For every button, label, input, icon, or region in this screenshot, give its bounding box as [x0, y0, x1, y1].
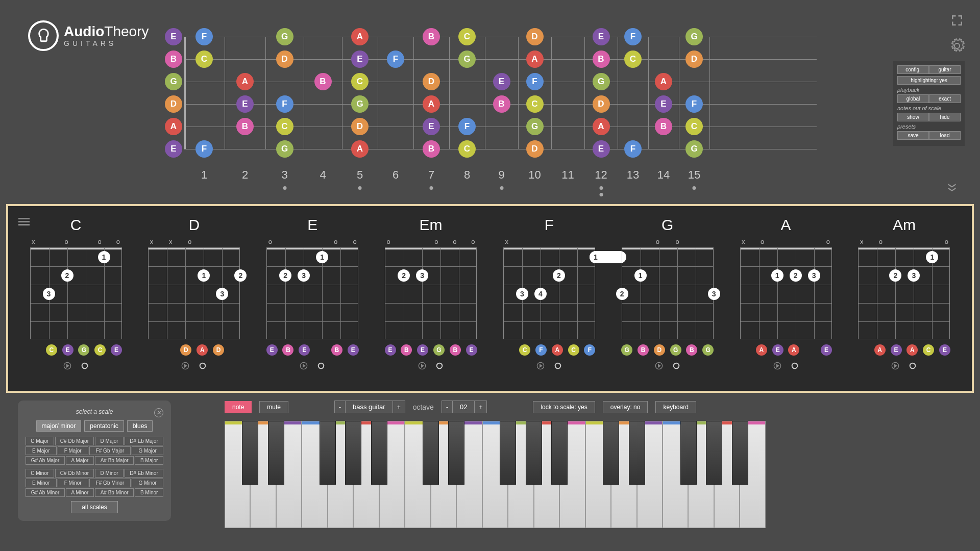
- fret-note[interactable]: D: [526, 140, 544, 158]
- black-key[interactable]: [629, 421, 645, 485]
- fret-note[interactable]: B: [655, 118, 672, 135]
- fret-note[interactable]: E: [165, 140, 182, 158]
- instrument-prev-button[interactable]: -: [334, 400, 346, 413]
- scale-button[interactable]: E Minor: [26, 479, 57, 487]
- fret-note[interactable]: B: [593, 51, 610, 68]
- scale-button[interactable]: A# Bb Major: [95, 456, 134, 465]
- fret-note[interactable]: D: [351, 118, 369, 135]
- black-key[interactable]: [371, 421, 387, 485]
- fret-note[interactable]: D: [526, 28, 544, 45]
- playback-global-button[interactable]: global: [897, 94, 929, 103]
- scale-tab[interactable]: blues: [127, 420, 153, 432]
- chord-diagram[interactable]: 123: [858, 247, 950, 339]
- scale-button[interactable]: F# Gb Minor: [89, 479, 131, 487]
- scale-button[interactable]: B Major: [135, 456, 163, 465]
- fret-note[interactable]: A: [236, 73, 254, 90]
- mute-button[interactable]: mute: [259, 401, 288, 413]
- fret-note[interactable]: E: [655, 95, 672, 113]
- black-key[interactable]: [732, 421, 748, 485]
- chevron-down-icon[interactable]: [944, 179, 960, 194]
- fret-note[interactable]: F: [195, 28, 213, 45]
- close-icon[interactable]: ✕: [154, 408, 163, 417]
- play-icon[interactable]: [181, 362, 189, 370]
- scale-button[interactable]: F# Gb Major: [89, 446, 131, 455]
- fret-note[interactable]: F: [624, 140, 642, 158]
- fret-note[interactable]: B: [493, 95, 510, 113]
- fret-note[interactable]: E: [593, 28, 610, 45]
- fret-note[interactable]: C: [526, 95, 544, 113]
- fret-note[interactable]: B: [423, 140, 440, 158]
- fret-note[interactable]: D: [276, 51, 293, 68]
- fret-note[interactable]: G: [351, 95, 369, 113]
- play-icon[interactable]: [300, 362, 308, 370]
- scale-button[interactable]: B Minor: [135, 488, 163, 497]
- scale-button[interactable]: G# Ab Major: [26, 456, 65, 465]
- fret-note[interactable]: C: [276, 118, 293, 135]
- fret-note[interactable]: G: [593, 73, 610, 90]
- scale-tab[interactable]: pentatonic: [84, 420, 124, 432]
- chord-diagram[interactable]: 1234: [503, 247, 595, 339]
- fret-note[interactable]: A: [655, 73, 672, 90]
- chord-diagram[interactable]: 123: [266, 247, 358, 339]
- black-key[interactable]: [500, 421, 516, 485]
- black-key[interactable]: [448, 421, 464, 485]
- fret-note[interactable]: G: [276, 140, 293, 158]
- loop-icon[interactable]: [791, 362, 799, 370]
- fret-note[interactable]: D: [423, 73, 440, 90]
- oos-hide-button[interactable]: hide: [929, 113, 961, 121]
- fret-note[interactable]: D: [685, 51, 703, 68]
- preset-load-button[interactable]: load: [929, 131, 961, 140]
- chord-diagram[interactable]: 123: [148, 247, 240, 339]
- black-key[interactable]: [526, 421, 542, 485]
- fret-note[interactable]: B: [236, 118, 254, 135]
- playback-exact-button[interactable]: exact: [929, 94, 961, 103]
- scale-button[interactable]: C# Db Minor: [55, 469, 94, 478]
- chord-diagram[interactable]: 123: [740, 247, 832, 339]
- piano-keyboard[interactable]: [225, 421, 766, 528]
- scale-button[interactable]: D# Eb Major: [125, 437, 163, 445]
- guitar-button[interactable]: guitar: [929, 65, 961, 74]
- fret-note[interactable]: A: [593, 118, 610, 135]
- fret-note[interactable]: F: [387, 51, 404, 68]
- black-key[interactable]: [706, 421, 722, 485]
- fret-note[interactable]: C: [195, 51, 213, 68]
- play-icon[interactable]: [773, 362, 781, 370]
- loop-icon[interactable]: [81, 362, 89, 370]
- overlay-button[interactable]: overlay: no: [603, 401, 648, 413]
- fret-note[interactable]: D: [165, 95, 182, 113]
- octave-down-button[interactable]: -: [442, 400, 453, 413]
- play-icon[interactable]: [63, 362, 71, 370]
- scale-button[interactable]: C Major: [26, 437, 54, 445]
- chord-diagram[interactable]: 123: [622, 247, 714, 339]
- fret-note[interactable]: A: [165, 118, 182, 135]
- fret-note[interactable]: B: [314, 73, 332, 90]
- fret-note[interactable]: E: [493, 73, 510, 90]
- fret-note[interactable]: E: [165, 28, 182, 45]
- black-key[interactable]: [268, 421, 284, 485]
- scale-button[interactable]: D# Eb Minor: [125, 469, 163, 478]
- chord-diagram[interactable]: 123: [30, 247, 122, 339]
- fret-note[interactable]: G: [458, 51, 476, 68]
- config-button[interactable]: config.: [897, 65, 929, 74]
- play-icon[interactable]: [418, 362, 426, 370]
- fret-note[interactable]: G: [685, 28, 703, 45]
- fret-note[interactable]: C: [458, 28, 476, 45]
- play-icon[interactable]: [891, 362, 899, 370]
- scale-button[interactable]: F Major: [58, 446, 88, 455]
- scale-button[interactable]: E Major: [26, 446, 57, 455]
- fret-note[interactable]: C: [351, 73, 369, 90]
- fret-note[interactable]: A: [351, 28, 369, 45]
- scale-button[interactable]: D Minor: [95, 469, 124, 478]
- highlighting-button[interactable]: highlighting: yes: [897, 76, 961, 85]
- fret-note[interactable]: C: [624, 51, 642, 68]
- fret-note[interactable]: F: [685, 95, 703, 113]
- scale-button[interactable]: G Minor: [132, 479, 163, 487]
- fret-note[interactable]: E: [593, 140, 610, 158]
- black-key[interactable]: [320, 421, 336, 485]
- hamburger-icon[interactable]: [18, 216, 30, 227]
- scale-button[interactable]: F Minor: [58, 479, 88, 487]
- scale-button[interactable]: A Minor: [66, 488, 94, 497]
- loop-icon[interactable]: [672, 362, 680, 370]
- black-key[interactable]: [603, 421, 619, 485]
- black-key[interactable]: [345, 421, 361, 485]
